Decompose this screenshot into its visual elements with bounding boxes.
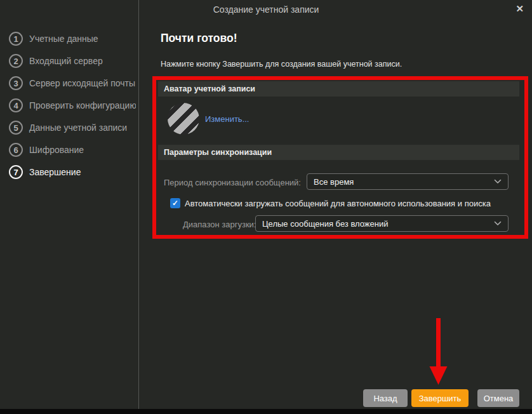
finish-button[interactable]: Завершить (411, 389, 469, 407)
checkmark-icon: ✓ (172, 199, 178, 208)
change-avatar-link[interactable]: Изменить... (205, 114, 249, 124)
close-icon[interactable]: ✕ (515, 3, 524, 15)
back-button[interactable]: Назад (363, 389, 408, 407)
step-number-badge: 5 (9, 121, 23, 135)
account-creation-dialog: Создание учетной записи ✕ 1 Учетные данн… (0, 0, 532, 414)
download-range-value: Целые сообщения без вложений (262, 219, 388, 229)
sync-section-header: Параметры синхронизации (158, 145, 519, 160)
auto-download-label[interactable]: Автоматически загружать сообщений для ав… (185, 199, 491, 208)
download-range-dropdown[interactable]: Целые сообщения без вложений (255, 215, 509, 232)
step-outgoing-server: 3 Сервер исходящей почты (9, 75, 136, 91)
step-number-badge: 1 (9, 32, 23, 46)
instruction-text: Нажмите кнопку Завершить для создания ва… (161, 60, 402, 69)
step-number-badge: 2 (9, 54, 23, 68)
page-title: Почти готово! (161, 32, 237, 45)
step-account-details: 5 Данные учетной записи (9, 119, 136, 136)
sync-period-value: Все время (314, 177, 354, 187)
step-number-badge: 4 (9, 98, 23, 112)
step-account-data: 1 Учетные данные (9, 30, 136, 47)
avatar-section-header: Аватар учетной записи (158, 81, 519, 97)
bottom-edge-strip (0, 409, 532, 414)
wizard-steps-sidebar: 1 Учетные данные 2 Входящий сервер 3 Сер… (0, 0, 139, 409)
sync-period-dropdown[interactable]: Все время (307, 173, 509, 190)
step-encryption: 6 Шифрование (9, 142, 136, 158)
account-avatar (168, 103, 199, 135)
auto-download-checkbox[interactable]: ✓ (170, 198, 180, 208)
chevron-down-icon (494, 179, 502, 184)
step-number-badge: 6 (9, 143, 23, 157)
red-arrow-annotation (420, 316, 456, 387)
download-range-label: Диапазон заргузки: (183, 220, 256, 229)
step-incoming-server: 2 Входящий сервер (9, 53, 136, 69)
cancel-button[interactable]: Отмена (477, 389, 519, 407)
step-number-badge: 7 (9, 165, 23, 179)
step-check-configuration: 4 Проверить конфигурацию (9, 97, 136, 114)
chevron-down-icon (494, 221, 502, 226)
step-finish-current: 7 Завершение (9, 164, 136, 180)
step-number-badge: 3 (9, 76, 23, 90)
sync-period-label: Период синхронизации сообщений: (164, 178, 301, 187)
